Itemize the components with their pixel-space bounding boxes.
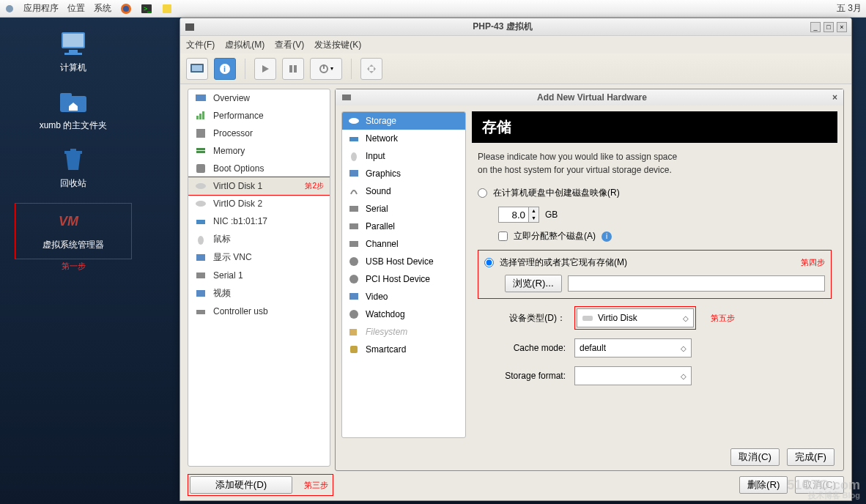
storage-path-input[interactable] <box>568 275 825 292</box>
info-icon[interactable]: i <box>602 231 612 242</box>
sidebar-icon <box>194 163 207 174</box>
hw-item-input[interactable]: Input <box>342 147 465 165</box>
size-input[interactable] <box>499 207 528 222</box>
sidebar-icon <box>194 288 207 300</box>
menu-sendkey[interactable]: 发送按键(K) <box>314 39 361 51</box>
allocate-now-checkbox[interactable] <box>498 231 508 241</box>
add-hardware-button[interactable]: 添加硬件(D) <box>190 476 292 494</box>
hw-item-pci-host-device[interactable]: PCI Host Device <box>342 270 465 288</box>
sidebar-item--vnc[interactable]: 显示 VNC <box>188 248 330 267</box>
menu-applications[interactable]: 应用程序 <box>23 2 59 15</box>
menu-file[interactable]: 文件(F) <box>186 39 215 51</box>
pause-button[interactable] <box>282 58 304 80</box>
run-button[interactable] <box>254 58 276 80</box>
storage-format-label: Storage format: <box>478 371 566 381</box>
size-down[interactable]: ▼ <box>528 215 539 222</box>
hw-item-label: Channel <box>366 239 399 249</box>
svg-rect-7 <box>63 34 84 47</box>
sidebar-icon <box>194 127 207 139</box>
panel-date[interactable]: 五 3月 <box>837 2 862 15</box>
sidebar-item-virtio-disk-1[interactable]: VirtIO Disk 1第2步 <box>188 177 330 195</box>
sidebar-item-overview[interactable]: Overview <box>188 89 330 107</box>
hw-item-sound[interactable]: Sound <box>342 182 465 200</box>
desktop-vmm[interactable]: VM 虚拟系统管理器 <box>21 207 125 251</box>
window-minimize[interactable]: _ <box>810 22 821 32</box>
sidebar-item--[interactable]: 视频 <box>188 284 330 303</box>
hw-item-label: Storage <box>366 116 396 126</box>
dialog-close[interactable]: × <box>832 92 837 103</box>
cache-mode-combo[interactable]: default <box>574 338 692 357</box>
managed-storage-highlight: 选择管理的或者其它现有存储(M) 第四步 浏览(R)... <box>478 250 832 299</box>
hw-item-label: Smartcard <box>366 344 406 355</box>
hw-item-usb-host-device[interactable]: USB Host Device <box>342 253 465 270</box>
hw-item-parallel[interactable]: Parallel <box>342 218 465 235</box>
power-button[interactable]: ▾ <box>310 58 342 80</box>
sidebar-item-virtio-disk-2[interactable]: VirtIO Disk 2 <box>188 195 330 212</box>
dialog-finish-button[interactable]: 完成(F) <box>787 448 834 466</box>
size-spinner[interactable]: ▲▼ <box>498 207 539 223</box>
svg-rect-30 <box>196 151 205 153</box>
desktop-computer[interactable]: 计算机 <box>15 29 132 74</box>
note-icon[interactable] <box>161 3 173 15</box>
svg-rect-25 <box>196 116 199 119</box>
size-up[interactable]: ▲ <box>528 207 539 215</box>
hardware-sidebar[interactable]: OverviewPerformanceProcessorMemoryBoot O… <box>188 89 330 467</box>
desktop-home-label: xumb 的主文件夹 <box>15 119 132 132</box>
browse-button[interactable]: 浏览(R)... <box>505 275 562 292</box>
hw-item-channel[interactable]: Channel <box>342 235 465 253</box>
console-button[interactable] <box>186 58 208 80</box>
device-type-combo[interactable]: Virtio Disk <box>577 308 694 327</box>
details-button[interactable]: i <box>214 58 236 80</box>
hw-icon <box>348 168 360 179</box>
remove-button[interactable]: 删除(R) <box>739 476 788 494</box>
menu-vm[interactable]: 虚拟机(M) <box>225 39 264 51</box>
menu-system[interactable]: 系统 <box>94 2 111 15</box>
sidebar-item-boot-options[interactable]: Boot Options <box>188 160 330 177</box>
menu-places[interactable]: 位置 <box>67 2 85 15</box>
fullscreen-button[interactable] <box>360 58 382 80</box>
hw-item-label: Graphics <box>366 168 401 179</box>
hw-icon <box>348 150 360 162</box>
svg-rect-40 <box>342 94 351 100</box>
sidebar-item--[interactable]: 鼠标 <box>188 230 330 248</box>
sidebar-item-nic-b1-01-17[interactable]: NIC :b1:01:17 <box>188 212 330 230</box>
svg-rect-37 <box>196 273 205 278</box>
hw-item-serial[interactable]: Serial <box>342 200 465 218</box>
storage-format-combo[interactable] <box>574 366 692 385</box>
menubar: 文件(F) 虚拟机(M) 查看(V) 发送按键(K) <box>180 36 851 53</box>
window-maximize[interactable]: □ <box>824 22 834 32</box>
hw-item-storage[interactable]: Storage <box>342 112 465 130</box>
sidebar-item-label: 鼠标 <box>213 233 231 245</box>
sidebar-item-memory[interactable]: Memory <box>188 142 330 160</box>
terminal-icon[interactable]: >_ <box>141 3 152 15</box>
desktop-home[interactable]: xumb 的主文件夹 <box>15 87 132 132</box>
svg-rect-15 <box>185 23 194 31</box>
hw-item-watchdog[interactable]: Watchdog <box>342 305 465 323</box>
hw-item-video[interactable]: Video <box>342 288 465 305</box>
step1-label: 第一步 <box>15 261 132 272</box>
hardware-type-list[interactable]: StorageNetworkInputGraphicsSoundSerialPa… <box>341 111 466 438</box>
hw-icon <box>348 273 360 285</box>
menu-view[interactable]: 查看(V) <box>275 39 304 51</box>
sidebar-icon <box>194 252 207 264</box>
radio-managed-storage[interactable] <box>484 258 494 267</box>
dialog-cancel-button[interactable]: 取消(C) <box>730 448 780 466</box>
hw-icon <box>348 133 360 144</box>
sidebar-item-performance[interactable]: Performance <box>188 107 330 125</box>
svg-rect-53 <box>350 346 358 353</box>
svg-rect-39 <box>196 310 205 314</box>
svg-rect-26 <box>199 114 201 119</box>
sidebar-icon <box>194 305 207 317</box>
svg-text:>_: >_ <box>144 5 152 12</box>
desktop-trash[interactable]: 回收站 <box>15 145 132 190</box>
svg-rect-29 <box>196 148 205 150</box>
sidebar-item-processor[interactable]: Processor <box>188 125 330 142</box>
sidebar-item-controller-usb[interactable]: Controller usb <box>188 303 330 320</box>
radio-create-image[interactable] <box>478 188 487 198</box>
hw-item-graphics[interactable]: Graphics <box>342 165 465 182</box>
window-close[interactable]: × <box>837 22 847 32</box>
hw-item-smartcard[interactable]: Smartcard <box>342 341 465 358</box>
hw-item-network[interactable]: Network <box>342 130 465 147</box>
firefox-icon[interactable] <box>120 3 132 15</box>
sidebar-item-serial-1[interactable]: Serial 1 <box>188 267 330 284</box>
